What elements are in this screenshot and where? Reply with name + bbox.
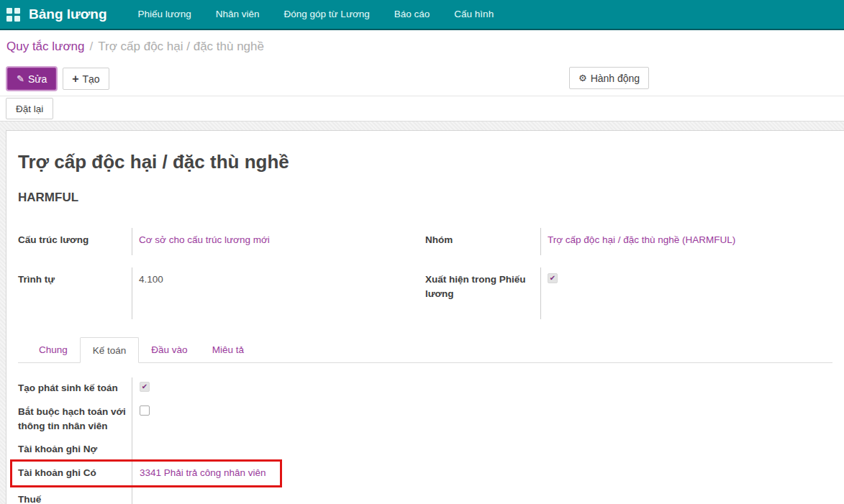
apps-grid-square [14, 8, 20, 14]
tab-inputs[interactable]: Đầu vào [139, 337, 199, 363]
field-value-cell: 4.100 [132, 267, 412, 319]
record-code: HARMFUL [18, 191, 832, 205]
app-name-payroll[interactable]: Bảng lương [29, 6, 107, 22]
force-employee-accounting-checkbox[interactable] [140, 406, 150, 416]
menu-payslips[interactable]: Phiếu lương [126, 0, 204, 29]
plus-icon: + [72, 73, 78, 85]
edit-button[interactable]: ✎ Sửa [7, 68, 56, 90]
field-label-debit-account: Tài khoản ghi Nợ [18, 439, 132, 462]
check-icon: ✔ [142, 383, 148, 390]
field-value-tax-empty [132, 489, 832, 504]
field-label-tax: Thuế [18, 489, 132, 504]
field-row-credit-account: Tài khoản ghi Có 3341 Phải trả công nhân… [18, 462, 832, 489]
field-label-force-employee-accounting: Bắt buộc hạch toán với thông tin nhân vi… [18, 401, 132, 439]
notebook-tabs: Chung Kế toán Đầu vào Miêu tả [18, 337, 832, 363]
breadcrumb-separator: / [90, 40, 94, 54]
field-label-salary-structure: Cấu trúc lương [18, 228, 132, 255]
gear-icon: ⚙ [578, 73, 587, 83]
pencil-icon: ✎ [17, 74, 24, 83]
record-title: Trợ cấp độc hại / đặc thù nghề [18, 151, 832, 173]
field-label-credit-account: Tài khoản ghi Có [18, 462, 132, 489]
action-button[interactable]: ⚙ Hành động [569, 67, 649, 89]
generate-accounting-entries-checkbox[interactable]: ✔ [140, 382, 150, 392]
reset-button-label: Đặt lại [16, 104, 43, 114]
field-value-cell [132, 401, 832, 439]
apps-grid-square [6, 8, 12, 14]
control-panel: ✎ Sửa + Tạo ⚙ Hành động [0, 63, 844, 96]
tab-accounting[interactable]: Kế toán [80, 337, 140, 363]
apps-grid-icon[interactable] [6, 8, 20, 22]
field-row-appears-on-payslip: Xuất hiện trong Phiếu lương ✔ [425, 267, 832, 319]
accounting-tab-pane: Tạo phát sinh kế toán ✔ Bắt buộc hạch to… [18, 363, 832, 504]
create-button-label: Tạo [83, 73, 100, 85]
field-row-debit-account: Tài khoản ghi Nợ [18, 439, 832, 462]
edit-button-label: Sửa [28, 73, 47, 85]
top-navbar: Bảng lương Phiếu lương Nhân viên Đóng gó… [0, 0, 844, 30]
menu-employees[interactable]: Nhân viên [204, 0, 272, 29]
field-group: Cấu trúc lương Cơ sở cho cấu trúc lương … [18, 228, 832, 331]
field-label-sequence: Trình tự [18, 267, 132, 319]
tab-general[interactable]: Chung [27, 337, 80, 363]
form-view-background: Trợ cấp độc hại / đặc thù nghề HARMFUL C… [0, 122, 844, 504]
breadcrumb: Quy tắc lương / Trợ cấp độc hại / đặc th… [0, 30, 844, 63]
field-column-left: Cấu trúc lương Cơ sở cho cấu trúc lương … [18, 228, 412, 331]
field-row-generate-accounting-entries: Tạo phát sinh kế toán ✔ [18, 377, 832, 401]
field-label-appears-on-payslip: Xuất hiện trong Phiếu lương [425, 267, 540, 319]
field-value-debit-account-empty [132, 439, 832, 462]
reset-button[interactable]: Đặt lại [6, 98, 53, 119]
field-value-cell: Cơ sở cho cấu trúc lương mới [132, 228, 412, 255]
secondary-toolbar: Đặt lại [0, 96, 844, 122]
salary-rule-form: Trợ cấp độc hại / đặc thù nghề HARMFUL C… [6, 130, 844, 504]
field-row-category: Nhóm Trợ cấp độc hại / đặc thù nghề (HAR… [425, 228, 832, 255]
field-value-salary-structure-link[interactable]: Cơ sở cho cấu trúc lương mới [139, 234, 270, 245]
field-label-category: Nhóm [425, 228, 540, 255]
menu-salary-contributions[interactable]: Đóng góp từ Lương [272, 0, 382, 29]
field-value-sequence: 4.100 [139, 274, 163, 285]
tab-description[interactable]: Miêu tả [200, 337, 256, 363]
menu-reports[interactable]: Báo cáo [382, 0, 443, 29]
check-icon: ✔ [550, 275, 555, 282]
breadcrumb-link-salary-rules[interactable]: Quy tắc lương [6, 40, 85, 54]
apps-grid-square [14, 16, 20, 22]
field-row-salary-structure: Cấu trúc lương Cơ sở cho cấu trúc lương … [18, 228, 412, 255]
appears-on-payslip-checkbox[interactable]: ✔ [548, 273, 558, 283]
field-row-force-employee-accounting: Bắt buộc hạch toán với thông tin nhân vi… [18, 401, 832, 439]
field-value-category-link[interactable]: Trợ cấp độc hại / đặc thù nghề (HARMFUL) [548, 234, 735, 245]
field-label-generate-accounting-entries: Tạo phát sinh kế toán [18, 377, 132, 401]
field-row-tax: Thuế [18, 489, 832, 504]
field-value-credit-account-link[interactable]: 3341 Phải trả công nhân viên [140, 467, 266, 478]
breadcrumb-current-record: Trợ cấp độc hại / đặc thù nghề [98, 40, 264, 54]
menu-configuration[interactable]: Cấu hình [442, 0, 506, 29]
field-value-cell: Trợ cấp độc hại / đặc thù nghề (HARMFUL) [540, 228, 832, 255]
field-row-sequence: Trình tự 4.100 [18, 267, 412, 319]
field-value-cell: 3341 Phải trả công nhân viên [132, 462, 832, 489]
apps-grid-square [6, 16, 12, 22]
action-button-label: Hành động [591, 73, 640, 84]
field-value-cell: ✔ [540, 267, 832, 319]
create-button[interactable]: + Tạo [63, 68, 109, 90]
field-column-right: Nhóm Trợ cấp độc hại / đặc thù nghề (HAR… [425, 228, 832, 331]
field-value-cell: ✔ [132, 377, 832, 401]
